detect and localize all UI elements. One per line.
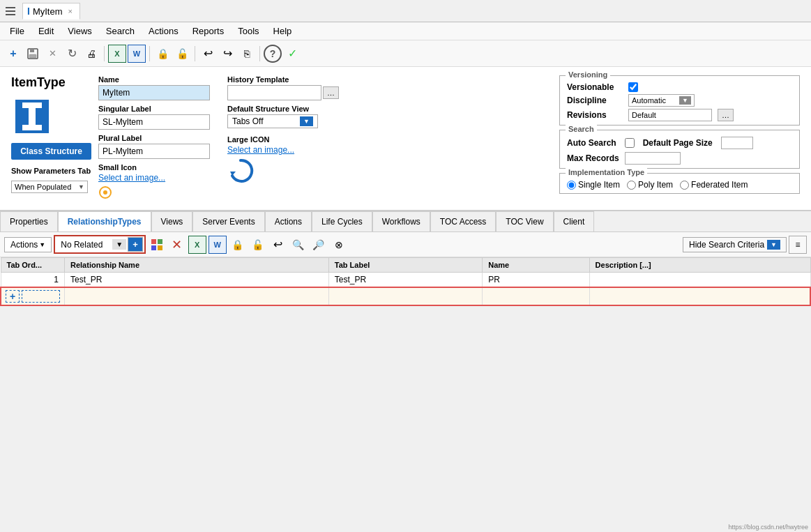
tabs-off-dropdown[interactable]: Tabs Off ▼ [227, 114, 318, 128]
help-button[interactable]: ? [264, 45, 282, 63]
grid-tb-search-icon[interactable]: 🔍 [289, 236, 308, 254]
implementation-title: Implementation Type [566, 168, 647, 176]
menu-file[interactable]: File [3, 24, 31, 38]
hamburger-icon[interactable] [6, 7, 15, 15]
itemtype-big-icon [13, 97, 52, 136]
new-row-input[interactable] [22, 290, 60, 303]
refresh-button[interactable]: ↻ [63, 45, 81, 63]
toolbar: + ✕ ↻ 🖨 X W 🔒 🔓 ↩ ↪ ⎘ ? ✓ [0, 40, 811, 67]
tab-server-events[interactable]: Server Events [192, 211, 264, 231]
poly-item-radio[interactable] [627, 181, 636, 190]
tab-actions[interactable]: Actions [265, 211, 312, 231]
small-icon-link[interactable]: Select an image... [98, 173, 165, 183]
new-row-add-button[interactable]: + [6, 290, 20, 303]
default-page-size-input[interactable] [721, 137, 753, 149]
tab-workflows[interactable]: Workflows [372, 211, 430, 231]
discipline-dropdown[interactable]: Automatic ▼ [628, 94, 695, 107]
grid-tb-word-icon[interactable]: W [209, 236, 227, 254]
menu-actions[interactable]: Actions [142, 24, 185, 38]
large-icon-link[interactable]: Select an image... [227, 145, 294, 155]
poly-item-option[interactable]: Poly Item [627, 180, 673, 190]
row-tab-label: Test_PR [328, 273, 482, 288]
single-item-option[interactable]: Single Item [567, 180, 620, 190]
grid-tb-colorful-icon[interactable] [148, 236, 166, 254]
new-row-add-cell[interactable]: + [1, 287, 65, 305]
excel-button[interactable]: X [108, 45, 126, 63]
revisions-input[interactable] [628, 109, 712, 121]
filter-select-value: No Related [56, 238, 112, 251]
name-input[interactable] [98, 85, 210, 100]
row-tab-order: 1 [1, 273, 65, 288]
revisions-browse-button[interactable]: … [718, 109, 734, 121]
print-button[interactable]: 🖨 [82, 45, 100, 63]
auto-search-checkbox[interactable] [625, 138, 635, 148]
show-params-value: When Populated [15, 183, 78, 191]
class-structure-button[interactable]: Class Structure [11, 143, 91, 160]
row-rel-name: Test_PR [65, 273, 329, 288]
history-template-browse-button[interactable]: … [323, 86, 339, 99]
tab-views[interactable]: Views [151, 211, 193, 231]
versionable-checkbox[interactable] [628, 82, 638, 92]
new-row[interactable]: + [1, 287, 810, 305]
search-panel: Search Auto Search Default Page Size Max… [559, 130, 800, 169]
tab-toc-view[interactable]: TOC View [496, 211, 553, 231]
name-label: Name [98, 75, 213, 84]
word-button[interactable]: W [128, 45, 146, 63]
form-col-1: Name Singular Label Plural Label Small I… [98, 75, 213, 202]
main-form-area: ItemType Class Structure Show Parameters… [0, 67, 811, 211]
grid-table-container: Tab Ord... Relationship Name Tab Label N… [0, 257, 811, 306]
tab-properties[interactable]: Properties [0, 211, 58, 231]
menu-edit[interactable]: Edit [31, 24, 61, 38]
grid-tb-clear-search-icon[interactable]: 🔎 [310, 236, 328, 254]
undo-button[interactable]: ↩ [199, 45, 217, 63]
plural-input[interactable] [98, 144, 210, 159]
menu-search[interactable]: Search [99, 24, 142, 38]
single-item-radio[interactable] [567, 181, 576, 190]
svg-rect-9 [151, 239, 156, 244]
filter-select-arrow-btn[interactable]: ▼ [112, 239, 126, 250]
tab-client[interactable]: Client [554, 211, 595, 231]
svg-point-8 [103, 190, 107, 195]
history-template-input[interactable] [227, 85, 321, 100]
grid-tb-unlock-icon[interactable]: 🔓 [249, 236, 267, 254]
grid-actions-dropdown[interactable]: Actions ▼ [4, 237, 52, 252]
grid-tb-excel-icon[interactable]: X [188, 236, 206, 254]
filter-add-button[interactable]: + [128, 237, 143, 252]
add-button[interactable]: + [4, 45, 22, 63]
tab-life-cycles[interactable]: Life Cycles [312, 211, 372, 231]
federated-item-radio[interactable] [680, 181, 689, 190]
close-button[interactable]: ✕ [43, 45, 61, 63]
hide-search-criteria-button[interactable]: Hide Search Criteria ▼ [683, 237, 787, 252]
tab-myitem[interactable]: I MyItem × [22, 3, 80, 20]
check-button[interactable]: ✓ [283, 45, 301, 63]
singular-input[interactable] [98, 114, 210, 130]
tab-relationship-types[interactable]: RelationshipTypes [58, 211, 151, 232]
grid-tb-lock-icon[interactable]: 🔒 [229, 236, 247, 254]
menu-help[interactable]: Help [266, 24, 299, 38]
grid-tb-columns-icon[interactable]: ≡ [789, 236, 807, 254]
show-params-dropdown[interactable]: When Populated ▼ [11, 181, 88, 193]
menu-reports[interactable]: Reports [185, 24, 232, 38]
grid-tb-search-x-icon[interactable]: ⊗ [330, 236, 348, 254]
grid-header-row: Tab Ord... Relationship Name Tab Label N… [1, 258, 810, 273]
tab-title: MyItem [33, 6, 63, 17]
filter-select-container: No Related ▼ + [54, 235, 146, 254]
history-template-label: History Template [227, 75, 342, 84]
tab-toc-access[interactable]: TOC Access [430, 211, 496, 231]
redo-button[interactable]: ↪ [218, 45, 236, 63]
federated-item-option[interactable]: Federated Item [680, 180, 748, 190]
implementation-options: Single Item Poly Item Federated Item [567, 180, 792, 190]
tab-close-icon[interactable]: × [68, 7, 73, 15]
col-relationship-name: Relationship Name [65, 258, 329, 273]
copy-button[interactable]: ⎘ [238, 45, 256, 63]
lock-button[interactable]: 🔒 [153, 45, 172, 63]
large-icon-label: Large ICON [227, 135, 342, 144]
unlock-button[interactable]: 🔓 [173, 45, 191, 63]
grid-tb-undo-icon[interactable]: ↩ [269, 236, 287, 254]
max-records-input[interactable] [625, 152, 681, 165]
implementation-panel: Implementation Type Single Item Poly Ite… [559, 173, 800, 194]
grid-tb-delete-icon[interactable]: ✕ [168, 236, 186, 254]
menu-views[interactable]: Views [61, 24, 98, 38]
save-button[interactable] [24, 45, 42, 63]
menu-tools[interactable]: Tools [231, 24, 266, 38]
